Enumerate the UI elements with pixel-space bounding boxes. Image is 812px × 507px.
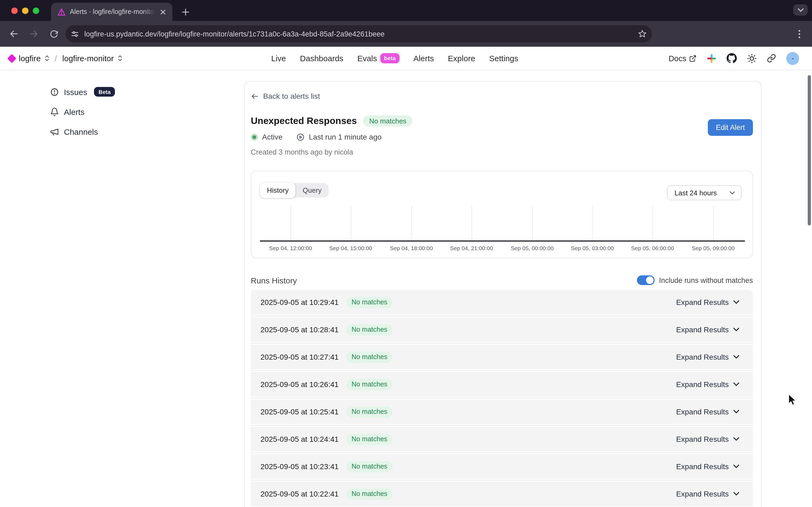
avatar[interactable]: - (786, 52, 799, 65)
nav-item-settings[interactable]: Settings (489, 54, 518, 63)
back-to-alerts-link[interactable]: Back to alerts list (251, 92, 753, 100)
new-tab-button[interactable] (179, 6, 191, 18)
breadcrumb: logfire / logfire-monitor (9, 47, 122, 70)
app-header: logfire / logfire-monitor Live Dashboard… (0, 47, 812, 70)
alert-status-row: Active Last run 1 minute ago (251, 132, 753, 141)
expand-results-button[interactable]: Expand Results (673, 352, 743, 362)
tab-title: Alerts · logfire/logfire-monitor (70, 8, 158, 15)
run-row[interactable]: 2025-09-05 at 10:25:41 No matches Expand… (251, 399, 753, 424)
run-no-matches-badge: No matches (346, 296, 392, 308)
run-row[interactable]: 2025-09-05 at 10:24:41 No matches Expand… (251, 427, 753, 451)
nav-item-evals[interactable]: Evalsbeta (358, 53, 399, 63)
run-no-matches-badge: No matches (346, 324, 392, 335)
include-runs-toggle[interactable] (637, 275, 655, 285)
last-run-label: Last run 1 minute ago (309, 132, 382, 141)
run-row[interactable]: 2025-09-05 at 10:22:41 No matches Expand… (251, 482, 753, 506)
run-timestamp: 2025-09-05 at 10:28:41 (261, 325, 339, 334)
nav-item-alerts[interactable]: Alerts (413, 54, 434, 63)
chevron-down-icon (733, 464, 740, 469)
slack-icon[interactable] (707, 53, 716, 63)
chart-tick-label: Sep 05, 09:00:00 (692, 245, 735, 251)
tab-history[interactable]: History (260, 182, 295, 198)
expand-results-button[interactable]: Expand Results (673, 325, 743, 334)
screen: Alerts · logfire/logfire-monitor (0, 0, 812, 507)
chart-tick-label: Sep 05, 00:00:00 (511, 245, 554, 251)
run-row[interactable]: 2025-09-05 at 10:26:41 No matches Expand… (251, 372, 753, 397)
alert-title-row: Unexpected Responses No matches (251, 114, 753, 128)
play-circle-icon (296, 133, 305, 141)
site-settings-icon[interactable] (68, 27, 81, 40)
page-scrollbar[interactable] (808, 75, 811, 225)
chart-gridline (412, 206, 412, 240)
expand-results-button[interactable]: Expand Results (673, 297, 743, 307)
expand-results-button[interactable]: Expand Results (673, 434, 743, 444)
sidebar-item-alerts[interactable]: Alerts (50, 105, 236, 119)
sidebar: Issues Beta Alerts Channels (0, 70, 236, 138)
bookmark-star-icon[interactable] (636, 27, 649, 40)
row-separator (251, 479, 753, 482)
active-label: Active (262, 132, 282, 141)
issues-beta-badge: Beta (94, 87, 115, 97)
expand-results-button[interactable]: Expand Results (673, 489, 743, 499)
edit-alert-button[interactable]: Edit Alert (708, 119, 753, 136)
reload-icon[interactable] (47, 27, 60, 40)
breadcrumb-separator: / (55, 54, 57, 63)
issues-seal-icon (50, 87, 59, 96)
run-no-matches-badge: No matches (346, 406, 392, 417)
close-window-button[interactable] (11, 7, 18, 14)
sidebar-item-channels[interactable]: Channels (50, 124, 236, 138)
expand-results-button[interactable]: Expand Results (673, 462, 743, 471)
chevron-down-icon (733, 300, 740, 304)
alert-history-card: History Query Last 24 hours Sep 04, 12:0… (251, 171, 753, 258)
run-row[interactable]: 2025-09-05 at 10:27:41 No matches Expand… (251, 345, 753, 369)
browser-tab[interactable]: Alerts · logfire/logfire-monitor (51, 3, 172, 21)
minimize-window-button[interactable] (22, 7, 29, 14)
share-link-icon[interactable] (767, 54, 776, 63)
bell-icon (50, 107, 59, 116)
run-timestamp: 2025-09-05 at 10:23:41 (261, 462, 339, 471)
run-row[interactable]: 2025-09-05 at 10:23:41 No matches Expand… (251, 454, 753, 479)
chart-tick-label: Sep 05, 06:00:00 (631, 245, 674, 251)
chart-gridline (351, 206, 351, 240)
browser-menu-icon[interactable] (793, 27, 806, 40)
time-range-select[interactable]: Last 24 hours (667, 185, 742, 200)
run-no-matches-badge: No matches (346, 488, 392, 500)
expand-results-button[interactable]: Expand Results (673, 380, 743, 389)
tab-query[interactable]: Query (295, 183, 329, 198)
nav-item-live[interactable]: Live (271, 54, 286, 63)
include-runs-toggle-row: Include runs without matches (637, 275, 753, 285)
nav-item-explore[interactable]: Explore (448, 54, 475, 63)
expand-results-button[interactable]: Expand Results (673, 407, 743, 416)
megaphone-icon (50, 127, 59, 136)
chart-gridline (290, 206, 291, 240)
url-text[interactable]: logfire-us.pydantic.dev/logfire/logfire-… (84, 30, 636, 38)
github-icon[interactable] (726, 53, 737, 63)
tab-close-icon[interactable] (158, 7, 167, 16)
run-no-matches-badge: No matches (346, 379, 392, 390)
row-separator (251, 369, 753, 372)
chevron-down-icon (733, 492, 740, 496)
url-bar[interactable]: logfire-us.pydantic.dev/logfire/logfire-… (65, 25, 652, 42)
run-timestamp: 2025-09-05 at 10:25:41 (261, 407, 339, 416)
forward-icon[interactable] (28, 27, 40, 40)
chevron-down-icon (729, 191, 735, 194)
zoom-window-button[interactable] (33, 7, 39, 14)
theme-sun-icon[interactable] (747, 53, 757, 63)
run-row[interactable]: 2025-09-05 at 10:29:41 No matches Expand… (251, 290, 753, 315)
created-by-label: Created 3 months ago by nicola (251, 148, 753, 156)
project-updown-icon[interactable] (118, 55, 122, 62)
sidebar-item-issues[interactable]: Issues Beta (50, 85, 236, 99)
run-row[interactable]: 2025-09-05 at 10:28:41 No matches Expand… (251, 317, 753, 342)
runs-history-header: Runs History Include runs without matche… (251, 273, 753, 288)
docs-link[interactable]: Docs (668, 54, 697, 62)
chevron-down-icon (733, 355, 740, 359)
run-no-matches-badge: No matches (346, 351, 392, 362)
back-icon[interactable] (7, 27, 20, 40)
row-separator (251, 315, 753, 317)
nav-item-dashboards[interactable]: Dashboards (300, 54, 343, 63)
org-updown-icon[interactable] (45, 55, 49, 62)
project-selector[interactable]: logfire-monitor (62, 54, 114, 63)
page-title: Unexpected Responses (251, 115, 357, 126)
tab-search-chevron-button[interactable] (793, 4, 808, 15)
org-selector[interactable]: logfire (19, 54, 41, 63)
